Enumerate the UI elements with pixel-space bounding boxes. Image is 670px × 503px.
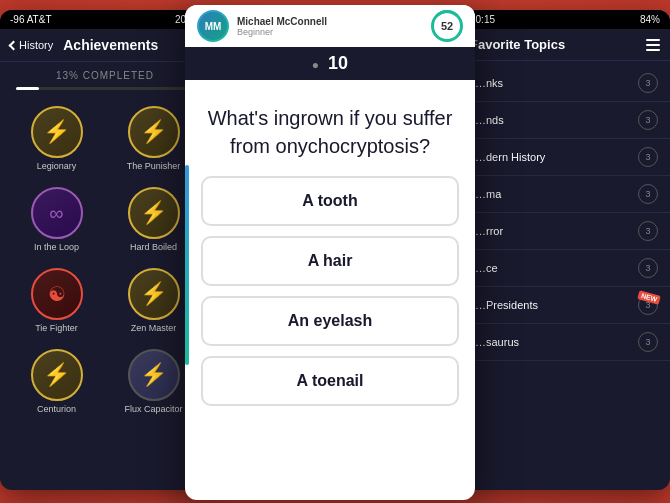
list-item[interactable]: …ma 3 bbox=[460, 176, 670, 213]
list-item[interactable]: …saurus 3 bbox=[460, 324, 670, 361]
badge-centurion: ⚡ bbox=[31, 349, 83, 401]
badge-label: In the Loop bbox=[34, 242, 79, 252]
right-nav-bar: Favorite Topics bbox=[460, 29, 670, 61]
completed-label: 13% COMPLETED bbox=[0, 62, 210, 85]
bolt-icon: ⚡ bbox=[140, 283, 167, 305]
avatar: MM bbox=[197, 10, 229, 42]
center-status-bar: MM Michael McConnell Beginner 52 bbox=[185, 5, 475, 47]
left-status-bar: -96 AT&T 20:15 bbox=[0, 10, 210, 29]
answer-button-4[interactable]: A toenail bbox=[201, 356, 459, 406]
hamburger-line bbox=[646, 49, 660, 51]
topic-name: …ma bbox=[475, 188, 501, 200]
list-item[interactable]: …ce 3 bbox=[460, 250, 670, 287]
history-label: History bbox=[19, 39, 53, 51]
progress-accent bbox=[185, 165, 189, 365]
left-nav-bar: History Achievements bbox=[0, 29, 210, 62]
signal-text: -96 AT&T bbox=[10, 14, 52, 25]
yinyang-icon: ☯ bbox=[48, 282, 66, 306]
badge-punisher: ⚡ bbox=[128, 106, 180, 158]
badge-intheloop: ∞ bbox=[31, 187, 83, 239]
badge-label: Flux Capacitor bbox=[124, 404, 182, 414]
answer-button-1[interactable]: A tooth bbox=[201, 176, 459, 226]
badge-fluxcapacitor: ⚡ bbox=[128, 349, 180, 401]
bolt-icon: ⚡ bbox=[43, 121, 70, 143]
answers-area: A tooth A hair An eyelash A toenail bbox=[185, 176, 475, 422]
hamburger-line bbox=[646, 39, 660, 41]
badge-label: Legionary bbox=[37, 161, 77, 171]
topic-name: …Presidents bbox=[475, 299, 538, 311]
right-status-bar: 20:15 84% bbox=[460, 10, 670, 29]
topic-name: …dern History bbox=[475, 151, 545, 163]
center-top-bar: ● 10 bbox=[185, 47, 475, 80]
hamburger-menu[interactable] bbox=[646, 39, 660, 51]
topic-count: 3 bbox=[638, 110, 658, 130]
topic-count: 3 bbox=[638, 184, 658, 204]
badge-label: Zen Master bbox=[131, 323, 177, 333]
user-info: Michael McConnell Beginner bbox=[237, 16, 423, 37]
list-item[interactable]: …dern History 3 bbox=[460, 139, 670, 176]
avatar-initials: MM bbox=[199, 12, 227, 40]
badge-legionary: ⚡ bbox=[31, 106, 83, 158]
topics-title-text: avorite Topics bbox=[478, 37, 565, 52]
badge-label: Centurion bbox=[37, 404, 76, 414]
timer-display: ● 10 bbox=[312, 53, 348, 74]
user-name: Michael McConnell bbox=[237, 16, 423, 27]
bolt-icon: ⚡ bbox=[140, 364, 167, 386]
progress-bar-outer bbox=[16, 87, 194, 90]
list-item[interactable]: …nks 3 bbox=[460, 65, 670, 102]
infinity-icon: ∞ bbox=[49, 202, 63, 225]
bolt-icon: ⚡ bbox=[140, 121, 167, 143]
bolt-icon: ⚡ bbox=[43, 364, 70, 386]
back-button[interactable]: History bbox=[10, 39, 53, 51]
list-item[interactable]: ☯ Tie Fighter bbox=[10, 262, 103, 339]
topic-name: …nds bbox=[475, 114, 504, 126]
achievements-grid: ⚡ Legionary ⚡ The Punisher ∞ In the Loop… bbox=[0, 100, 210, 420]
chevron-left-icon bbox=[9, 40, 19, 50]
list-item[interactable]: ⚡ Centurion bbox=[10, 343, 103, 420]
list-item[interactable]: …nds 3 bbox=[460, 102, 670, 139]
list-item[interactable]: ⚡ Legionary bbox=[10, 100, 103, 177]
topic-name: …nks bbox=[475, 77, 503, 89]
topic-count: 3 bbox=[638, 147, 658, 167]
list-item[interactable]: …Presidents 3 NEW bbox=[460, 287, 670, 324]
badge-zenmaster: ⚡ bbox=[128, 268, 180, 320]
timer-icon: ● bbox=[312, 58, 319, 72]
topics-panel: 20:15 84% Favorite Topics …nks 3 …nds 3 … bbox=[460, 10, 670, 490]
achievements-panel: -96 AT&T 20:15 History Achievements 13% … bbox=[0, 10, 210, 490]
topic-name: …rror bbox=[475, 225, 503, 237]
badge-hardboiled: ⚡ bbox=[128, 187, 180, 239]
achievements-title: Achievements bbox=[63, 37, 158, 53]
topic-name: …saurus bbox=[475, 336, 519, 348]
answer-button-2[interactable]: A hair bbox=[201, 236, 459, 286]
score-value: 52 bbox=[441, 20, 453, 32]
question-text: What's ingrown if you suffer from onycho… bbox=[205, 104, 455, 160]
answer-button-3[interactable]: An eyelash bbox=[201, 296, 459, 346]
topic-count: 3 bbox=[638, 73, 658, 93]
user-level: Beginner bbox=[237, 27, 423, 37]
list-item[interactable]: …rror 3 bbox=[460, 213, 670, 250]
badge-label: Hard Boiled bbox=[130, 242, 177, 252]
bolt-icon: ⚡ bbox=[140, 202, 167, 224]
topic-count: 3 bbox=[638, 221, 658, 241]
topic-name: …ce bbox=[475, 262, 498, 274]
score-badge: 52 bbox=[431, 10, 463, 42]
topics-title: Favorite Topics bbox=[470, 37, 565, 52]
question-area: What's ingrown if you suffer from onycho… bbox=[185, 80, 475, 176]
topic-count: 3 bbox=[638, 258, 658, 278]
progress-bar-fill bbox=[16, 87, 39, 90]
list-item[interactable]: ∞ In the Loop bbox=[10, 181, 103, 258]
timer-value: 10 bbox=[328, 53, 348, 73]
hamburger-line bbox=[646, 44, 660, 46]
topic-count: 3 bbox=[638, 332, 658, 352]
badge-label: The Punisher bbox=[127, 161, 181, 171]
badge-tiefighter: ☯ bbox=[31, 268, 83, 320]
right-battery: 84% bbox=[640, 14, 660, 25]
topic-list: …nks 3 …nds 3 …dern History 3 …ma 3 …rro… bbox=[460, 61, 670, 365]
quiz-panel: MM Michael McConnell Beginner 52 ● 10 Wh… bbox=[185, 5, 475, 500]
badge-label: Tie Fighter bbox=[35, 323, 78, 333]
